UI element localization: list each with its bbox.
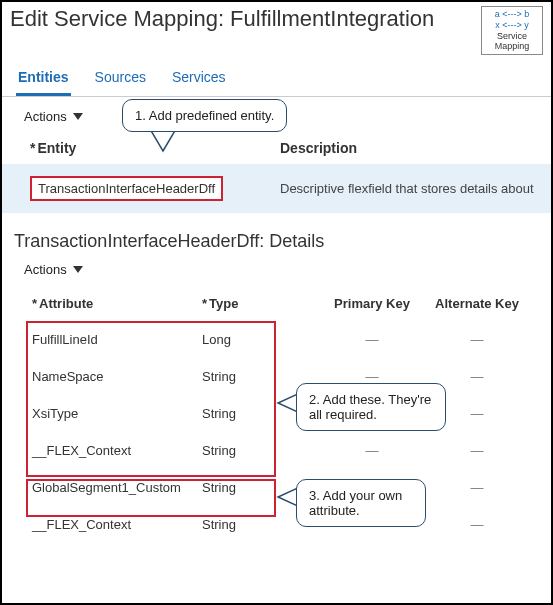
- entities-actions-menu[interactable]: Actions: [24, 109, 83, 124]
- attr-type-cell: Long: [202, 332, 312, 347]
- details-section-title: TransactionInterfaceHeaderDff: Details: [2, 213, 551, 258]
- entity-row-selected[interactable]: TransactionInterfaceHeaderDff Descriptiv…: [2, 164, 551, 213]
- attr-name-cell: __FLEX_Context: [32, 517, 202, 532]
- entity-description-cell: Descriptive flexfield that stores detail…: [280, 181, 551, 196]
- attr-type-cell: String: [202, 443, 312, 458]
- badge-line1: a <---> b: [486, 9, 538, 20]
- details-actions-menu[interactable]: Actions: [24, 262, 83, 277]
- attr-name-cell: FulfillLineId: [32, 332, 202, 347]
- annotation-callout-1: 1. Add predefined entity.: [122, 99, 287, 132]
- tab-sources[interactable]: Sources: [93, 63, 148, 96]
- col-attribute-header: *Attribute: [32, 296, 202, 311]
- col-description-header: Description: [280, 140, 551, 156]
- col-alternate-key-header: Alternate Key: [432, 296, 522, 311]
- attr-pk-cell: —: [312, 332, 432, 347]
- tab-services[interactable]: Services: [170, 63, 228, 96]
- attribute-row[interactable]: __FLEX_Context String — —: [2, 432, 551, 469]
- col-type-header: *Type: [202, 296, 312, 311]
- attr-ak-cell: —: [432, 369, 522, 384]
- tab-entities[interactable]: Entities: [16, 63, 71, 96]
- attr-pk-cell: —: [312, 369, 432, 384]
- actions-label-2: Actions: [24, 262, 67, 277]
- attr-ak-cell: —: [432, 517, 522, 532]
- badge-line2: x <---> y: [486, 20, 538, 31]
- attr-ak-cell: —: [432, 480, 522, 495]
- attr-name-cell: __FLEX_Context: [32, 443, 202, 458]
- entity-table-header: *Entity Description: [2, 132, 551, 164]
- attribute-table-header: *Attribute *Type Primary Key Alternate K…: [2, 285, 551, 321]
- attribute-row[interactable]: NameSpace String — —: [2, 358, 551, 395]
- attr-ak-cell: —: [432, 443, 522, 458]
- attr-type-cell: String: [202, 369, 312, 384]
- chevron-down-icon: [73, 113, 83, 120]
- tab-bar: Entities Sources Services: [2, 55, 551, 97]
- attribute-row[interactable]: FulfillLineId Long — —: [2, 321, 551, 358]
- page-title: Edit Service Mapping: FulfillmentIntegra…: [10, 6, 481, 32]
- attr-name-cell: NameSpace: [32, 369, 202, 384]
- entity-name-cell: TransactionInterfaceHeaderDff: [30, 176, 223, 201]
- annotation-text-3: 3. Add your own attribute.: [309, 488, 402, 518]
- attribute-row[interactable]: __FLEX_Context String — —: [2, 506, 551, 543]
- service-mapping-badge: a <---> b x <---> y Service Mapping: [481, 6, 543, 55]
- badge-caption: Service Mapping: [486, 31, 538, 53]
- col-primary-key-header: Primary Key: [312, 296, 432, 311]
- attr-name-cell: XsiType: [32, 406, 202, 421]
- annotation-callout-2: 2. Add these. They're all required.: [296, 383, 446, 431]
- annotation-text-1: 1. Add predefined entity.: [135, 108, 274, 123]
- callout-pointer-icon: [150, 129, 176, 155]
- annotation-callout-3: 3. Add your own attribute.: [296, 479, 426, 527]
- actions-label: Actions: [24, 109, 67, 124]
- attr-pk-cell: —: [312, 443, 432, 458]
- attr-name-cell: GlobalSegment1_Custom: [32, 480, 202, 495]
- annotation-text-2: 2. Add these. They're all required.: [309, 392, 431, 422]
- attr-ak-cell: —: [432, 332, 522, 347]
- chevron-down-icon: [73, 266, 83, 273]
